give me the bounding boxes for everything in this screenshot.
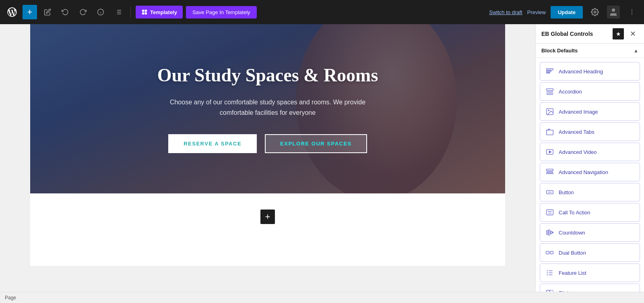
toolbar: + — [0, 0, 644, 24]
svg-point-14 — [612, 8, 615, 12]
svg-rect-27 — [547, 130, 553, 135]
hero-buttons: RESERVE A SPACE EXPLORE OUR SPACES — [168, 134, 367, 153]
wp-logo[interactable] — [5, 5, 19, 19]
toolbar-right: Switch to draft Preview Update — [489, 5, 639, 19]
add-block-toolbar-button[interactable]: + — [23, 5, 37, 19]
countdown-label: Countdown — [559, 230, 585, 236]
panel-item-accordion[interactable]: Accordion — [540, 82, 640, 101]
svg-rect-30 — [547, 169, 553, 171]
block-defaults-title: Block Defaults — [541, 48, 634, 54]
redo-button[interactable] — [76, 5, 90, 19]
main-area: Our Study Spaces & Rooms Choose any of o… — [0, 24, 644, 292]
panel-star-button[interactable]: ★ — [613, 28, 624, 39]
button-icon — [545, 187, 555, 197]
panel-item-countdown[interactable]: Countdown — [540, 223, 640, 242]
add-block-canvas-button[interactable]: + — [260, 210, 275, 224]
advanced-image-label: Advanced Image — [559, 109, 598, 115]
canvas-area: Our Study Spaces & Rooms Choose any of o… — [0, 24, 535, 292]
chevron-up-icon: ▲ — [634, 48, 638, 54]
advanced-image-icon — [545, 107, 555, 116]
panel-item-advanced-heading[interactable]: Advanced Heading — [540, 62, 640, 81]
panel-block-list: Advanced Heading Accordion — [536, 58, 644, 292]
svg-rect-12 — [145, 12, 147, 15]
add-block-area: + — [30, 193, 505, 240]
hero-content: Our Study Spaces & Rooms Choose any of o… — [30, 24, 505, 193]
explore-spaces-button[interactable]: EXPLORE OUR SPACES — [265, 134, 367, 153]
svg-rect-18 — [547, 68, 553, 70]
kebab-menu-button[interactable] — [625, 5, 639, 19]
svg-rect-38 — [548, 213, 551, 214]
status-bar: Page — [0, 292, 644, 303]
reserve-space-button[interactable]: RESERVE A SPACE — [168, 134, 257, 153]
advanced-video-label: Advanced Video — [559, 149, 597, 155]
edit-icon-button[interactable] — [40, 5, 55, 19]
panel-item-advanced-image[interactable]: Advanced Image — [540, 102, 640, 121]
panel-item-flipbox[interactable]: Flipbox — [540, 284, 640, 292]
svg-rect-32 — [547, 173, 550, 174]
block-defaults-header[interactable]: Block Defaults ▲ — [536, 44, 644, 58]
svg-rect-41 — [551, 231, 552, 234]
call-to-action-icon — [545, 208, 555, 217]
svg-point-26 — [548, 110, 549, 111]
advanced-video-icon — [545, 147, 555, 157]
undo-button[interactable] — [58, 5, 72, 19]
feature-list-icon — [545, 268, 555, 278]
hero-title: Our Study Spaces & Rooms — [157, 64, 378, 86]
svg-rect-43 — [546, 251, 549, 254]
advanced-tabs-label: Advanced Tabs — [559, 129, 594, 135]
svg-rect-40 — [549, 230, 550, 235]
svg-point-13 — [594, 11, 596, 13]
panel-header: EB Global Controls ★ ✕ — [536, 24, 644, 44]
svg-rect-9 — [142, 10, 144, 12]
panel-close-button[interactable]: ✕ — [627, 28, 638, 39]
button-label: Button — [559, 189, 574, 195]
panel-item-advanced-tabs[interactable]: Advanced Tabs — [540, 122, 640, 141]
countdown-icon — [545, 228, 555, 237]
feature-list-label: Feature List — [559, 270, 586, 276]
panel-item-advanced-video[interactable]: Advanced Video — [540, 143, 640, 161]
panel-title: EB Global Controls — [541, 31, 609, 37]
panel-item-dual-button[interactable]: Dual Button — [540, 243, 640, 262]
svg-rect-21 — [547, 89, 553, 90]
svg-marker-29 — [549, 151, 551, 153]
call-to-action-label: Call To Action — [559, 210, 590, 216]
svg-rect-10 — [145, 10, 147, 12]
info-button[interactable] — [93, 5, 108, 19]
svg-rect-42 — [553, 232, 553, 233]
svg-point-16 — [632, 12, 632, 12]
advanced-navigation-label: Advanced Navigation — [559, 169, 608, 175]
page-canvas: Our Study Spaces & Rooms Choose any of o… — [30, 24, 505, 266]
save-page-templately-button[interactable]: Save Page In Templately — [186, 6, 257, 19]
hero-subtitle: Choose any of our comfortable study spac… — [159, 97, 376, 118]
panel-item-call-to-action[interactable]: Call To Action — [540, 203, 640, 222]
svg-rect-20 — [547, 73, 550, 73]
dual-button-icon — [545, 248, 555, 257]
right-panel: EB Global Controls ★ ✕ Block Defaults ▲ … — [535, 24, 644, 292]
status-label: Page — [5, 295, 16, 301]
settings-icon-button[interactable] — [588, 5, 602, 19]
switch-to-draft-button[interactable]: Switch to draft — [489, 9, 522, 15]
update-button[interactable]: Update — [551, 6, 583, 19]
accordion-icon — [545, 87, 555, 96]
list-view-button[interactable] — [111, 5, 126, 19]
user-avatar[interactable] — [607, 6, 620, 19]
advanced-navigation-icon — [545, 167, 555, 177]
hero-section: Our Study Spaces & Rooms Choose any of o… — [30, 24, 505, 193]
dual-button-label: Dual Button — [559, 250, 586, 256]
panel-item-advanced-navigation[interactable]: Advanced Navigation — [540, 163, 640, 181]
svg-rect-11 — [142, 12, 144, 15]
advanced-tabs-icon — [545, 127, 555, 137]
panel-item-feature-list[interactable]: Feature List — [540, 264, 640, 282]
svg-rect-33 — [551, 173, 553, 174]
svg-rect-39 — [547, 230, 548, 235]
flipbox-icon — [545, 288, 555, 292]
svg-rect-44 — [550, 251, 553, 254]
toolbar-separator — [130, 6, 131, 18]
advanced-heading-label: Advanced Heading — [559, 68, 603, 75]
accordion-label: Accordion — [559, 89, 582, 95]
svg-point-15 — [632, 10, 632, 10]
templately-button[interactable]: Templately — [136, 6, 183, 19]
svg-rect-19 — [547, 71, 551, 72]
panel-item-button[interactable]: Button — [540, 183, 640, 201]
preview-button[interactable]: Preview — [527, 9, 546, 15]
